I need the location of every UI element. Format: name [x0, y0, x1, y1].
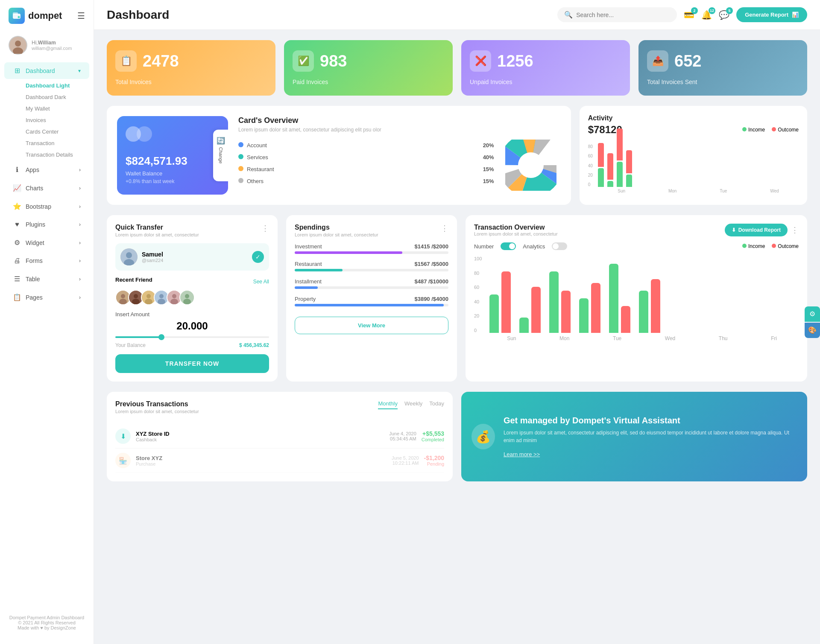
number-toggle[interactable] — [501, 242, 516, 250]
forms-icon: 🖨 — [13, 257, 21, 265]
dashboard-label: Dashboard — [26, 67, 55, 74]
spending-restaurant: Restaurant $1567 /$5000 — [295, 261, 448, 271]
total-invoices-icon: 📋 — [115, 50, 137, 72]
sidebar-item-forms[interactable]: 🖨 Forms › — [4, 253, 89, 269]
recent-label: Recent Friend — [115, 277, 152, 283]
sidebar-item-plugins[interactable]: ♥ Plugins › — [4, 216, 89, 233]
subnav-item-my-wallet[interactable]: My Wallet — [21, 103, 94, 114]
activity-widget: Activity $78120 Income Outcome 806040200 — [580, 106, 807, 205]
bell-icon-btn[interactable]: 🔔 12 — [701, 10, 712, 20]
main-area: Dashboard 🔍 💳 2 🔔 12 💬 5 Generate Report… — [94, 0, 820, 644]
slider-fill — [115, 336, 161, 338]
wallet-badge: 2 — [691, 7, 698, 14]
quick-transfer-menu[interactable]: ⋮ — [261, 224, 269, 233]
tx-icon-2: 🏪 — [115, 453, 131, 468]
subnav-item-transaction[interactable]: Transaction — [21, 137, 94, 149]
chevron-right-icon2: › — [79, 185, 81, 191]
right-panel: ⚙ 🎨 — [805, 306, 820, 338]
prev-tx-subtitle: Lorem ipsum dolor sit amet, consectetur — [115, 409, 199, 414]
download-report-button[interactable]: ⬇ Download Report — [725, 224, 788, 236]
user-email: william@gmail.com — [32, 46, 72, 51]
amount-label: Insert Amount — [115, 311, 269, 318]
sidebar-item-apps[interactable]: ℹ Apps › — [4, 161, 89, 178]
va-learn-more-link[interactable]: Learn more >> — [504, 451, 540, 458]
change-card-button[interactable]: 🔄 Change ▾ — [213, 130, 228, 181]
settings-panel-button[interactable]: ⚙ — [805, 306, 820, 322]
previous-transactions-widget: Previous Transactions Lorem ipsum dolor … — [107, 392, 453, 481]
tab-today[interactable]: Today — [429, 400, 444, 409]
wallet-icon-btn[interactable]: 💳 2 — [684, 10, 694, 20]
subnav-item-dashboard-dark[interactable]: Dashboard Dark — [21, 91, 94, 103]
sidebar-item-table[interactable]: ☰ Table › — [4, 271, 89, 287]
friend-thumb-6[interactable] — [179, 290, 195, 305]
transfer-now-button[interactable]: TRANSFER NOW — [115, 354, 269, 373]
sidebar-item-bootstrap[interactable]: ⭐ Bootstrap › — [4, 198, 89, 215]
chat-badge: 5 — [726, 7, 733, 14]
transaction-overview-menu[interactable]: ⋮ — [791, 225, 799, 235]
tab-weekly[interactable]: Weekly — [404, 400, 422, 409]
dashboard-icon: ⊞ — [13, 67, 21, 75]
chat-icon-btn[interactable]: 💬 5 — [719, 10, 729, 20]
activity-bar-chart — [598, 144, 799, 187]
svg-point-4 — [15, 41, 21, 47]
refresh-icon: 🔄 — [217, 137, 225, 145]
sent-invoices-icon: 📤 — [647, 50, 668, 72]
see-all-link[interactable]: See All — [253, 279, 269, 285]
paid-invoices-label: Paid Invoices — [293, 79, 444, 85]
virtual-assistant-widget: 💰 Get managed by Dompet's Virtual Assist… — [461, 392, 807, 481]
sent-invoices-number: 652 — [674, 52, 701, 70]
generate-report-button[interactable]: Generate Report 📊 — [736, 7, 807, 22]
subnav-item-dashboard-light[interactable]: Dashboard Light — [21, 80, 94, 91]
search-icon: 🔍 — [564, 11, 573, 19]
color-panel-button[interactable]: 🎨 — [805, 323, 820, 338]
sidebar-item-charts[interactable]: 📈 Charts › — [4, 180, 89, 196]
subnav-item-invoices[interactable]: Invoices — [21, 114, 94, 126]
hamburger-icon[interactable]: ☰ — [77, 11, 85, 21]
view-more-button[interactable]: View More — [295, 317, 448, 334]
selected-friend-card: Samuel @sam224 ✓ — [115, 243, 269, 271]
pages-icon: 📋 — [13, 293, 21, 301]
transaction-row: ⬇ XYZ Store ID Cashback June 4, 2020 05:… — [115, 424, 444, 449]
search-bar[interactable]: 🔍 — [557, 7, 677, 22]
transaction-overview-title: Transaction Overview — [474, 224, 558, 231]
user-name: William — [38, 40, 56, 46]
slider-thumb — [158, 334, 164, 340]
wallet-change: +0.8% than last week — [126, 178, 220, 184]
y-axis: 100806040200 — [474, 256, 485, 333]
overview-title: Card's Overview — [238, 116, 561, 125]
svg-point-24 — [159, 294, 164, 298]
search-input[interactable] — [576, 12, 670, 18]
sidebar-item-widget[interactable]: ⚙ Widget › — [4, 234, 89, 251]
wallet-amount: $824,571.93 — [126, 154, 220, 168]
friend-list — [115, 290, 269, 305]
sent-invoices-label: Total Invoices Sent — [647, 79, 799, 85]
subnav-item-cards-center[interactable]: Cards Center — [21, 126, 94, 137]
transfer-slider[interactable] — [115, 336, 269, 338]
quick-transfer-subtitle: Lorem ipsum dolor sit amet, consectetur — [115, 232, 199, 237]
content-area: 📋 2478 Total Invoices ✅ 983 Paid Invoice… — [94, 30, 820, 644]
header: Dashboard 🔍 💳 2 🔔 12 💬 5 Generate Report… — [94, 0, 820, 30]
sidebar-item-dashboard[interactable]: ⊞ Dashboard ▾ — [4, 62, 89, 79]
tab-monthly[interactable]: Monthly — [378, 400, 398, 409]
tx-date: June 4, 2020 05:34:45 AM — [389, 431, 416, 441]
charts-label: Charts — [26, 185, 43, 192]
stat-card-sent: 📤 652 Total Invoices Sent — [638, 40, 807, 96]
prev-tx-title: Previous Transactions — [115, 400, 199, 408]
subnav-item-transaction-details[interactable]: Transaction Details — [21, 149, 94, 160]
tx-info-2: Store XYZ Purchase — [136, 455, 387, 466]
spendings-menu[interactable]: ⋮ — [441, 224, 448, 233]
sidebar-item-pages[interactable]: 📋 Pages › — [4, 289, 89, 306]
bootstrap-icon: ⭐ — [13, 202, 21, 210]
toggle-row: Number Analytics Income Outcome — [474, 242, 799, 250]
activity-title: Activity — [588, 114, 799, 122]
friend-handle: @sam224 — [142, 258, 163, 263]
download-icon: ⬇ — [732, 227, 736, 233]
svg-point-30 — [185, 294, 189, 298]
friend-avatar — [120, 248, 138, 265]
analytics-toggle[interactable] — [552, 242, 567, 250]
logo-text: dompet — [28, 10, 62, 21]
va-subtitle: Lorem ipsum dolor sit amet, consectetur … — [504, 429, 797, 444]
transaction-overview-subtitle: Lorem ipsum dolor sit amet, consectetur — [474, 231, 558, 236]
chevron-right-icon3: › — [79, 204, 81, 210]
va-title: Get managed by Dompet's Virtual Assistan… — [504, 416, 797, 425]
